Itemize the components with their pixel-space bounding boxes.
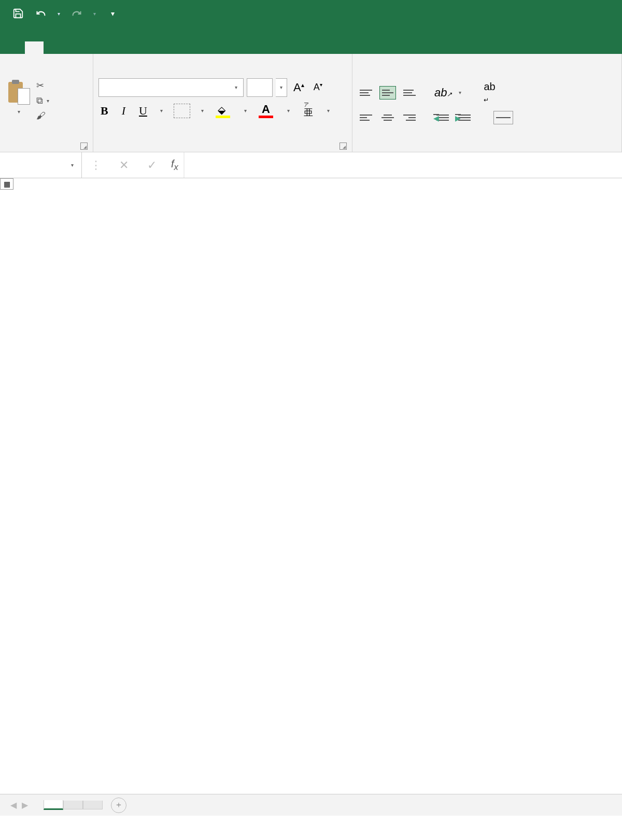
font-name-combo[interactable]: ▾	[98, 78, 244, 97]
brush-icon: 🖌	[36, 110, 46, 121]
borders-button[interactable]	[174, 104, 190, 118]
redo-dropdown-icon[interactable]: ▾	[92, 11, 97, 17]
phonetic-dropdown-icon[interactable]: ▾	[326, 108, 331, 113]
scissors-icon: ✂	[36, 80, 44, 91]
undo-icon[interactable]	[33, 6, 49, 21]
bucket-icon: ⬙	[218, 104, 225, 116]
orientation-dropdown-icon[interactable]: ▾	[457, 90, 463, 95]
name-box[interactable]: ▾	[0, 152, 82, 178]
undo-dropdown-icon[interactable]: ▾	[56, 11, 62, 17]
paste-button[interactable]: ▾	[5, 77, 32, 121]
cut-button[interactable]: ✂	[36, 80, 51, 91]
tab-formulas[interactable]	[81, 41, 100, 54]
copy-icon: ⧉	[36, 95, 43, 106]
decrease-font-button[interactable]: A▾	[310, 80, 326, 95]
align-middle-button[interactable]	[379, 86, 396, 99]
ribbon-tabs	[0, 27, 622, 54]
bold-button[interactable]: B	[98, 103, 110, 119]
tab-home[interactable]	[25, 41, 44, 54]
align-top-button[interactable]	[358, 86, 374, 99]
chevron-down-icon: ▾	[233, 84, 239, 90]
font-size-combo[interactable]	[247, 78, 273, 97]
formula-cancel-button[interactable]: ⋮	[82, 152, 110, 178]
italic-button[interactable]: I	[120, 103, 128, 119]
wrap-text-button[interactable]: ab↵	[484, 81, 495, 105]
underline-button[interactable]: U	[137, 103, 149, 119]
clipboard-dialog-launcher-icon[interactable]	[80, 143, 88, 150]
increase-font-button[interactable]: A▴	[290, 79, 307, 96]
align-bottom-button[interactable]	[401, 86, 418, 99]
sheet-tab-input[interactable]	[44, 800, 63, 810]
tab-file[interactable]	[6, 41, 25, 54]
font-dialog-launcher-icon[interactable]	[340, 143, 347, 150]
add-sheet-button[interactable]: ＋	[111, 798, 126, 813]
tab-insert[interactable]	[44, 41, 62, 54]
name-box-dropdown-icon[interactable]: ▾	[69, 162, 75, 168]
increase-indent-button[interactable]: ▶	[456, 111, 473, 124]
decrease-indent-button[interactable]: ◀	[434, 111, 451, 124]
align-left-button[interactable]	[358, 111, 374, 124]
orientation-button[interactable]: ab↗	[434, 86, 452, 99]
paste-dropdown-icon[interactable]: ▾	[16, 109, 22, 115]
font-size-dropdown[interactable]: ▾	[276, 78, 287, 97]
group-font: ▾ ▾ A▴ A▾ B I U▾ ▾ ⬙▾ A▾ ア亜▾	[93, 54, 352, 152]
quick-access-toolbar: ▾ ▾ ▾	[10, 6, 120, 21]
sheet-tab-output[interactable]	[83, 801, 103, 809]
phonetic-button[interactable]: ア亜	[301, 102, 316, 120]
borders-dropdown-icon[interactable]: ▾	[200, 108, 205, 113]
save-icon[interactable]	[10, 6, 26, 21]
font-color-button[interactable]: A	[258, 104, 276, 118]
align-right-button[interactable]	[401, 111, 418, 124]
autofill-options-icon[interactable]: ▦	[0, 178, 13, 190]
redo-icon[interactable]	[69, 6, 84, 21]
qat-customize-icon[interactable]: ▾	[105, 6, 120, 21]
paste-icon	[7, 79, 30, 105]
tab-view[interactable]	[137, 41, 156, 54]
group-alignment: ab↗▾ ab↵ ◀ ▶	[352, 54, 622, 152]
tab-data[interactable]	[100, 41, 118, 54]
worksheet-grid[interactable]: ▦	[0, 178, 622, 816]
copy-button[interactable]: ⧉▾	[36, 95, 51, 106]
fill-color-button[interactable]: ⬙	[215, 104, 233, 118]
tab-help[interactable]	[156, 41, 174, 54]
group-clipboard: ▾ ✂ ⧉▾ 🖌	[0, 54, 93, 152]
fill-dropdown-icon[interactable]: ▾	[243, 108, 248, 113]
format-painter-button[interactable]: 🖌	[36, 110, 51, 121]
merge-button[interactable]	[493, 111, 513, 124]
align-center-button[interactable]	[379, 111, 396, 124]
sheet-tab-bar: ◀ ▶ ＋	[0, 794, 622, 816]
font-color-dropdown-icon[interactable]: ▾	[286, 108, 291, 113]
tab-review[interactable]	[118, 41, 137, 54]
sheet-tab-test[interactable]	[63, 801, 83, 809]
formula-bar[interactable]	[184, 152, 622, 178]
tab-page-layout[interactable]	[62, 41, 81, 54]
sheet-prev-icon[interactable]: ◀	[10, 800, 17, 810]
formula-bar-row: ▾ ⋮ ✕ ✓ fx	[0, 152, 622, 178]
cancel-icon[interactable]: ✕	[110, 152, 138, 178]
sheet-nav[interactable]: ◀ ▶	[10, 800, 44, 810]
fx-icon[interactable]: fx	[166, 158, 183, 173]
enter-icon[interactable]: ✓	[138, 152, 166, 178]
underline-dropdown-icon[interactable]: ▾	[159, 108, 164, 113]
title-bar: ▾ ▾ ▾	[0, 0, 622, 27]
ribbon: ▾ ✂ ⧉▾ 🖌 ▾	[0, 54, 622, 152]
sheet-next-icon[interactable]: ▶	[22, 800, 28, 810]
